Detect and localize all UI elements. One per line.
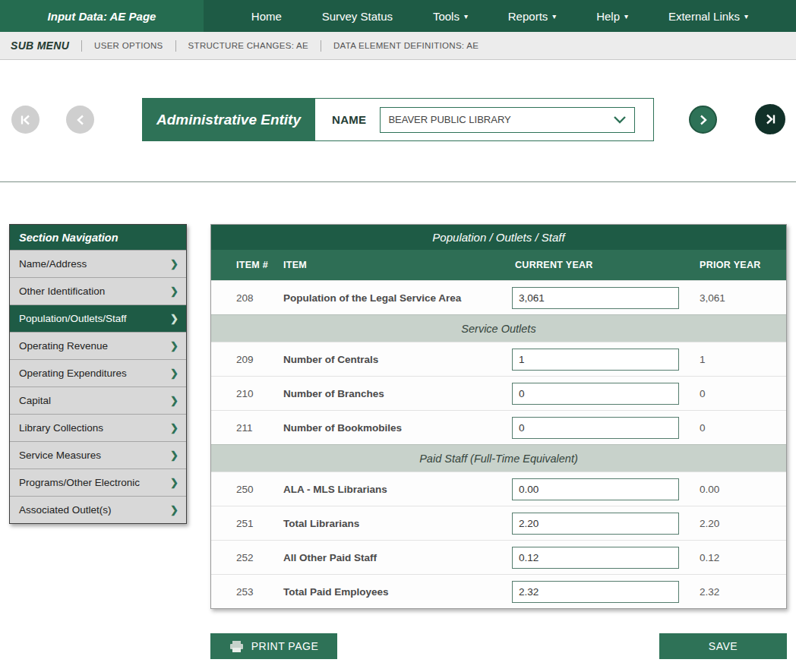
nav-help[interactable]: Help▾ <box>596 10 628 23</box>
divider <box>81 40 82 52</box>
entity-name-area: NAME BEAVER PUBLIC LIBRARY <box>315 99 653 140</box>
entity-type-title: Administrative Entity <box>142 98 315 141</box>
skip-last-icon <box>764 113 777 125</box>
col-current-year: CURRENT YEAR <box>512 260 698 270</box>
submenu-structure-changes[interactable]: STRUCTURE CHANGES: AE <box>188 41 308 50</box>
current-year-input-253[interactable] <box>512 581 679 603</box>
chevron-right-icon: ❯ <box>170 340 178 352</box>
current-year-input-210[interactable] <box>512 383 679 405</box>
caret-down-icon: ▾ <box>744 13 748 21</box>
section-navigation-title: Section Navigation <box>10 225 186 250</box>
population-outlets-staff-table: Population / Outlets / Staff ITEM # ITEM… <box>210 224 787 609</box>
submenu-user-options[interactable]: USER OPTIONS <box>94 41 163 50</box>
sidebar-item-programs-other-electronic[interactable]: Programs/Other Electronic❯ <box>10 469 186 496</box>
prior-year-value: 2.20 <box>698 518 786 529</box>
previous-record-button[interactable] <box>66 106 94 134</box>
submenu-title: SUB MENU <box>11 39 69 52</box>
col-item-number: ITEM # <box>236 260 282 270</box>
sidebar-item-population-outlets-staff[interactable]: Population/Outlets/Staff❯ <box>10 304 186 332</box>
chevron-right-icon: ❯ <box>170 313 178 324</box>
nav-home[interactable]: Home <box>251 10 282 23</box>
nav-items: Home Survey Status Tools▾ Reports▾ Help▾… <box>204 0 796 32</box>
main-content: Section Navigation Name/Address❯ Other I… <box>9 224 787 659</box>
sidebar-item-other-identification[interactable]: Other Identification❯ <box>10 277 186 304</box>
sidebar-item-name-address[interactable]: Name/Address❯ <box>10 250 186 277</box>
current-year-input-209[interactable] <box>512 349 679 371</box>
prior-year-value: 0.00 <box>698 484 786 495</box>
table-row: 208 Population of the Legal Service Area… <box>211 280 786 314</box>
chevron-right-icon: ❯ <box>170 422 178 434</box>
divider <box>175 40 176 52</box>
chevron-right-icon <box>698 114 709 126</box>
submenu-data-element-definitions[interactable]: DATA ELEMENT DEFINITIONS: AE <box>333 41 479 50</box>
chevron-right-icon: ❯ <box>170 286 178 297</box>
prior-year-value: 2.32 <box>698 586 786 598</box>
top-navigation: Input Data: AE Page Home Survey Status T… <box>0 0 796 32</box>
active-page-tab[interactable]: Input Data: AE Page <box>0 0 204 32</box>
divider <box>321 40 321 52</box>
table-row: 251 Total Librarians 2.20 <box>211 506 786 540</box>
col-item: ITEM <box>282 260 512 270</box>
table-row: 210 Number of Branches 0 <box>211 376 786 410</box>
prior-year-value: 0 <box>698 388 786 399</box>
table-column-headers: ITEM # ITEM CURRENT YEAR PRIOR YEAR <box>211 250 786 280</box>
current-year-input-252[interactable] <box>512 547 679 569</box>
current-year-input-251[interactable] <box>512 513 679 535</box>
sidebar-item-operating-revenue[interactable]: Operating Revenue❯ <box>10 332 186 359</box>
next-record-button[interactable] <box>689 106 717 134</box>
sidebar-item-associated-outlets[interactable]: Associated Outlet(s)❯ <box>10 496 186 523</box>
col-prior-year: PRIOR YEAR <box>698 260 786 270</box>
sub-menu-bar: SUB MENU USER OPTIONS STRUCTURE CHANGES:… <box>0 32 796 60</box>
prior-year-value: 0 <box>698 422 786 434</box>
section-navigation: Section Navigation Name/Address❯ Other I… <box>9 224 187 524</box>
printer-icon <box>229 640 244 653</box>
entity-header: Administrative Entity NAME BEAVER PUBLIC… <box>142 98 654 141</box>
current-year-input-208[interactable] <box>512 287 679 309</box>
nav-tools[interactable]: Tools▾ <box>433 10 468 23</box>
first-record-button[interactable] <box>11 106 39 134</box>
record-navigation-bar: Administrative Entity NAME BEAVER PUBLIC… <box>0 60 796 182</box>
current-year-input-250[interactable] <box>512 478 679 500</box>
table-row: 209 Number of Centrals 1 <box>211 342 786 376</box>
action-buttons: PRINT PAGE SAVE <box>210 633 787 659</box>
chevron-down-icon <box>613 115 627 124</box>
chevron-right-icon: ❯ <box>170 477 178 488</box>
chevron-right-icon: ❯ <box>170 450 178 461</box>
print-page-button[interactable]: PRINT PAGE <box>210 633 337 659</box>
selected-entity-name: BEAVER PUBLIC LIBRARY <box>388 114 510 125</box>
sidebar-item-library-collections[interactable]: Library Collections❯ <box>10 414 186 441</box>
chevron-right-icon: ❯ <box>170 395 178 406</box>
table-section-row: Service Outlets <box>211 314 786 342</box>
save-button[interactable]: SAVE <box>659 633 787 659</box>
sidebar-item-capital[interactable]: Capital❯ <box>10 386 186 414</box>
table-area: Population / Outlets / Staff ITEM # ITEM… <box>210 224 787 659</box>
last-record-button[interactable] <box>755 104 785 134</box>
table-row: 252 All Other Paid Staff 0.12 <box>211 540 786 574</box>
table-row: 211 Number of Bookmobiles 0 <box>211 410 786 444</box>
nav-reports[interactable]: Reports▾ <box>508 10 557 23</box>
chevron-right-icon: ❯ <box>170 258 178 270</box>
table-row: 253 Total Paid Employees 2.32 <box>211 574 786 608</box>
nav-external-links[interactable]: External Links▾ <box>668 10 748 23</box>
skip-first-icon <box>19 114 32 126</box>
caret-down-icon: ▾ <box>464 13 468 21</box>
table-section-row: Paid Staff (Full-Time Equivalent) <box>211 444 786 472</box>
caret-down-icon: ▾ <box>552 13 556 21</box>
nav-survey-status[interactable]: Survey Status <box>322 10 393 23</box>
caret-down-icon: ▾ <box>624 13 628 21</box>
chevron-left-icon <box>75 114 86 126</box>
prior-year-value: 3,061 <box>698 292 786 304</box>
prior-year-value: 0.12 <box>698 552 786 563</box>
current-year-input-211[interactable] <box>512 417 679 439</box>
chevron-right-icon: ❯ <box>170 504 178 516</box>
sidebar-item-service-measures[interactable]: Service Measures❯ <box>10 441 186 469</box>
table-title: Population / Outlets / Staff <box>211 225 786 250</box>
name-label: NAME <box>332 113 366 126</box>
prior-year-value: 1 <box>698 354 786 365</box>
sidebar-item-operating-expenditures[interactable]: Operating Expenditures❯ <box>10 359 186 386</box>
entity-name-select[interactable]: BEAVER PUBLIC LIBRARY <box>380 107 635 133</box>
chevron-right-icon: ❯ <box>170 368 178 379</box>
table-row: 250 ALA - MLS Librarians 0.00 <box>211 472 786 506</box>
